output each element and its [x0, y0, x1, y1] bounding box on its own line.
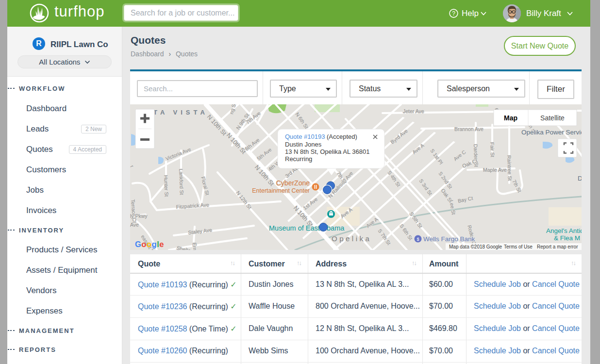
svg-text:Map data ©2018 Google: Map data ©2018 Google	[449, 244, 502, 249]
svg-text:Recurring: Recurring	[285, 155, 312, 163]
svg-text:Opelika Power Servic: Opelika Power Servic	[521, 129, 582, 136]
svg-text:Entertainment Center: Entertainment Center	[252, 187, 310, 194]
svg-text:bama: bama	[327, 224, 345, 232]
svg-text:Report a map error: Report a map error	[537, 244, 578, 249]
svg-text:Quote #10193 (Accepted): Quote #10193 (Accepted)	[285, 133, 357, 140]
svg-text:Jeter Ave: Jeter Ave	[403, 108, 424, 114]
svg-text:$: $	[417, 237, 419, 242]
svg-text:Raintree St: Raintree St	[506, 155, 513, 181]
svg-text:& Flea M: & Flea M	[554, 234, 580, 242]
svg-text:Map: Map	[504, 114, 517, 122]
svg-text:?: ?	[452, 10, 455, 17]
svg-text:ly Pkwy: ly Pkwy	[130, 213, 148, 219]
svg-text:TA VISTA: TA VISTA	[153, 109, 208, 116]
svg-text:Maple Ave: Maple Ave	[483, 167, 507, 173]
svg-text:Brannon Ave: Brannon Ave	[454, 126, 483, 132]
svg-text:Museum of East A: Museum of East A	[269, 224, 326, 232]
svg-text:Angel's Antiqu: Angel's Antiqu	[546, 227, 582, 234]
svg-text:Hunter St: Hunter St	[163, 175, 170, 197]
svg-text:Fair St: Fair St	[489, 142, 496, 157]
svg-text:Opelika: Opelika	[332, 234, 371, 243]
svg-text:CyberZone: CyberZone	[276, 179, 310, 187]
svg-text:Satellite: Satellite	[540, 114, 565, 122]
svg-text:Google: Google	[135, 240, 164, 248]
svg-text:Dustin Jones: Dustin Jones	[285, 141, 322, 148]
svg-text:Lankford St: Lankford St	[178, 169, 185, 195]
svg-text:Ave: Ave	[130, 222, 139, 228]
svg-text:Wells Fargo Bank: Wells Fargo Bank	[423, 235, 475, 243]
svg-text:13 N 8th St, Opelika AL 36801: 13 N 8th St, Opelika AL 36801	[285, 148, 369, 155]
svg-text:Terms of Use: Terms of Use	[504, 244, 533, 249]
svg-text:D: D	[578, 175, 582, 182]
